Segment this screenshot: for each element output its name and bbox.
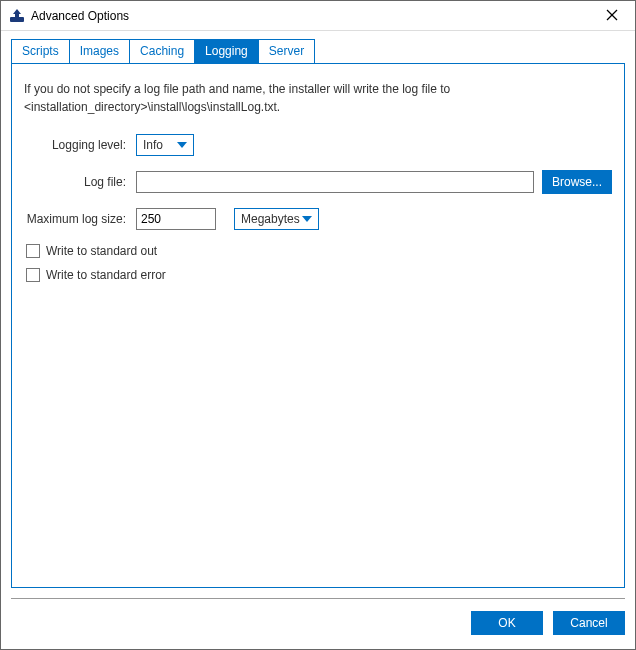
max-log-size-unit-select[interactable]: Megabytes <box>234 208 319 230</box>
logging-level-select[interactable]: Info <box>136 134 194 156</box>
svg-rect-0 <box>10 17 24 22</box>
max-log-size-input[interactable] <box>136 208 216 230</box>
stderr-checkbox[interactable] <box>26 268 40 282</box>
advanced-options-window: Advanced Options Scripts Images Caching … <box>0 0 636 650</box>
footer-separator <box>11 598 625 599</box>
stderr-row: Write to standard error <box>24 268 612 282</box>
tab-server[interactable]: Server <box>258 39 315 63</box>
max-log-size-label: Maximum log size: <box>24 212 136 226</box>
tab-caching[interactable]: Caching <box>129 39 195 63</box>
tab-bar: Scripts Images Caching Logging Server <box>11 39 625 63</box>
content-area: Scripts Images Caching Logging Server If… <box>1 31 635 649</box>
stdout-label: Write to standard out <box>46 244 157 258</box>
browse-button[interactable]: Browse... <box>542 170 612 194</box>
log-file-input[interactable] <box>136 171 534 193</box>
tab-images[interactable]: Images <box>69 39 130 63</box>
ok-button[interactable]: OK <box>471 611 543 635</box>
logging-description: If you do not specify a log file path an… <box>24 80 612 116</box>
logging-level-row: Logging level: Info <box>24 134 612 156</box>
chevron-down-icon <box>302 216 312 222</box>
window-title: Advanced Options <box>31 9 597 23</box>
stdout-checkbox[interactable] <box>26 244 40 258</box>
cancel-button[interactable]: Cancel <box>553 611 625 635</box>
chevron-down-icon <box>177 142 187 148</box>
titlebar: Advanced Options <box>1 1 635 31</box>
footer-buttons: OK Cancel <box>11 611 625 639</box>
tab-scripts[interactable]: Scripts <box>11 39 70 63</box>
stdout-row: Write to standard out <box>24 244 612 258</box>
log-file-row: Log file: Browse... <box>24 170 612 194</box>
max-log-size-row: Maximum log size: Megabytes <box>24 208 612 230</box>
max-log-size-unit-value: Megabytes <box>241 212 300 226</box>
logging-panel: If you do not specify a log file path an… <box>11 63 625 588</box>
log-file-label: Log file: <box>24 175 136 189</box>
close-icon <box>606 9 618 21</box>
tab-logging[interactable]: Logging <box>194 39 259 63</box>
logging-level-label: Logging level: <box>24 138 136 152</box>
logging-level-value: Info <box>143 138 163 152</box>
app-icon <box>9 8 25 24</box>
close-button[interactable] <box>597 8 627 24</box>
stderr-label: Write to standard error <box>46 268 166 282</box>
